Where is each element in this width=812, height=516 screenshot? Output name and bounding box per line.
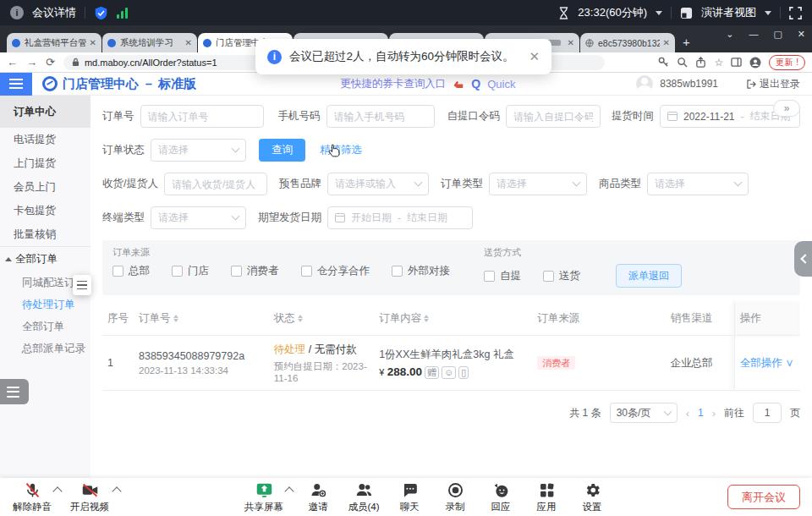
receiver-input[interactable] bbox=[164, 173, 267, 195]
expect-end-date[interactable]: 结束日期 bbox=[407, 211, 447, 225]
settings-button[interactable]: 设置 bbox=[567, 481, 617, 513]
phone-icon[interactable]: ▯ bbox=[458, 366, 469, 379]
hamburger-menu-button[interactable] bbox=[0, 73, 32, 96]
collapse-filters-button[interactable]: » bbox=[773, 100, 800, 117]
start-video-button[interactable]: 开启视频 bbox=[64, 481, 115, 513]
sidebar-item-all-orders[interactable]: 全部订单 bbox=[0, 316, 91, 338]
shield-check-icon[interactable] bbox=[94, 6, 108, 20]
browser-tab[interactable]: 礼盒营销平台管理中心 ✕ bbox=[7, 33, 102, 52]
window-minimize-icon[interactable]: — bbox=[749, 29, 758, 40]
expect-start-date[interactable]: 开始日期 bbox=[351, 211, 392, 225]
tab-close-icon[interactable]: ✕ bbox=[185, 38, 192, 47]
back-icon[interactable]: ← bbox=[7, 57, 18, 68]
share-icon[interactable] bbox=[695, 57, 706, 68]
col-order-no[interactable]: 订单号 bbox=[134, 302, 269, 336]
apps-button[interactable]: 应用 bbox=[521, 481, 572, 513]
logout-button[interactable]: 退出登录 bbox=[747, 77, 800, 91]
brand-select[interactable]: 请选择或输入 bbox=[327, 173, 429, 195]
pickup-start-date[interactable]: 2022-11-21 bbox=[683, 111, 735, 123]
window-maximize-icon[interactable]: ▢ bbox=[773, 29, 782, 40]
window-menu-icon[interactable]: ⌄ bbox=[726, 29, 733, 40]
checkbox-box[interactable] bbox=[172, 266, 183, 277]
right-drawer-handle[interactable] bbox=[794, 241, 812, 277]
toast-close-icon[interactable]: ✕ bbox=[529, 49, 540, 64]
sidebar-drag-handle[interactable] bbox=[73, 275, 91, 295]
share-screen-button[interactable]: 共享屏幕 bbox=[239, 481, 289, 513]
checkbox-box[interactable] bbox=[484, 271, 495, 282]
key-icon[interactable] bbox=[658, 57, 669, 68]
side-panel-icon[interactable] bbox=[731, 57, 742, 68]
sidebar-item-hq-dispatch-records[interactable]: 总部派单记录 bbox=[0, 338, 91, 360]
meeting-details-label[interactable]: 会议详情 bbox=[32, 5, 76, 20]
bookmark-star-icon[interactable]: ☆ bbox=[714, 57, 723, 69]
checkbox-consumer[interactable]: 消费者 bbox=[231, 264, 279, 278]
prev-page-button[interactable]: ‹ bbox=[686, 407, 689, 420]
phone-input[interactable] bbox=[326, 105, 435, 128]
quick-search-icon[interactable]: Q bbox=[471, 77, 480, 91]
sidebar-item-card-pickup[interactable]: 卡包提货 bbox=[0, 199, 91, 222]
network-signal-icon[interactable] bbox=[117, 8, 128, 19]
sidebar-item-member-visit[interactable]: 会员上门 bbox=[0, 175, 91, 199]
new-tab-button[interactable]: + bbox=[683, 35, 690, 49]
dispatch-return-button[interactable]: 派单退回 bbox=[616, 264, 682, 288]
order-type-select[interactable]: 请选择 bbox=[489, 173, 587, 195]
invite-button[interactable]: 邀请 bbox=[293, 481, 343, 513]
timer-dropdown-icon[interactable] bbox=[656, 11, 662, 15]
checkbox-box[interactable] bbox=[231, 266, 242, 277]
goto-page-input[interactable] bbox=[753, 403, 782, 423]
service-icon[interactable]: ☺ bbox=[442, 366, 456, 379]
page-size-select[interactable]: 30条/页 bbox=[610, 403, 678, 423]
checkbox-box[interactable] bbox=[543, 271, 554, 282]
sort-icon[interactable] bbox=[173, 315, 178, 322]
checkbox-headquarters[interactable]: 总部 bbox=[112, 264, 150, 278]
unmute-button[interactable]: 解除静音 bbox=[7, 481, 58, 513]
search-button[interactable]: 查询 bbox=[259, 139, 305, 162]
goods-type-select[interactable]: 请选择 bbox=[647, 173, 749, 195]
checkbox-box[interactable] bbox=[392, 266, 403, 277]
reload-icon[interactable]: ⟳ bbox=[46, 57, 55, 68]
floating-list-button[interactable] bbox=[0, 379, 29, 404]
leave-meeting-button[interactable]: 离开会议 bbox=[727, 485, 800, 509]
sort-icon[interactable] bbox=[424, 315, 429, 322]
coupon-query-link[interactable]: 更快捷的券卡查询入口 bbox=[340, 77, 446, 91]
sidebar-item-phone-pickup[interactable]: 电话提货 bbox=[0, 128, 91, 151]
sidebar-item-door-pickup[interactable]: 上门提货 bbox=[0, 151, 91, 175]
gift-icon[interactable]: 赠 bbox=[425, 366, 439, 379]
fullscreen-icon[interactable] bbox=[789, 7, 802, 19]
checkbox-store[interactable]: 门店 bbox=[172, 264, 209, 278]
order-no-input[interactable] bbox=[140, 105, 264, 128]
order-status-select[interactable]: 请选择 bbox=[151, 139, 246, 162]
order-number[interactable]: 83859345088979792a bbox=[139, 350, 264, 362]
checkbox-box[interactable] bbox=[112, 266, 123, 277]
checkbox-external[interactable]: 外部对接 bbox=[392, 264, 450, 278]
sidebar-item-all-orders-parent[interactable]: 全部订单 bbox=[0, 246, 91, 272]
pickup-code-input[interactable] bbox=[506, 105, 601, 128]
profile-avatar-icon[interactable] bbox=[749, 57, 761, 69]
simple-filter-link[interactable]: 精简筛选 bbox=[320, 143, 362, 157]
tab-close-icon[interactable]: ✕ bbox=[90, 38, 96, 47]
browser-tab[interactable]: e8c573980b1328a258fd2e6 ✕ bbox=[580, 33, 675, 52]
next-page-button[interactable]: › bbox=[712, 407, 716, 420]
quick-search-label[interactable]: Quick bbox=[487, 78, 515, 91]
checkbox-box[interactable] bbox=[301, 266, 312, 277]
tab-close-icon[interactable]: ✕ bbox=[663, 38, 670, 47]
view-dropdown-icon[interactable] bbox=[765, 11, 771, 15]
chat-button[interactable]: 聊天 bbox=[384, 481, 435, 513]
checkbox-warehouse-share[interactable]: 仓分享合作 bbox=[301, 264, 370, 278]
sidebar-item-batch-verify[interactable]: 批量核销 bbox=[0, 222, 91, 246]
members-button[interactable]: 成员(4) bbox=[338, 481, 389, 513]
reactions-button[interactable]: 回应 bbox=[475, 481, 526, 513]
zoom-icon[interactable] bbox=[677, 57, 688, 68]
checkbox-self-pickup[interactable]: 自提 bbox=[484, 269, 521, 283]
chrome-update-button[interactable]: 更新 ! bbox=[769, 55, 805, 70]
col-content[interactable]: 订单内容 bbox=[374, 302, 532, 336]
all-actions-dropdown[interactable]: 全部操作 ∨ bbox=[740, 357, 794, 369]
expect-date-range[interactable]: 开始日期 - 结束日期 bbox=[327, 206, 473, 229]
terminal-type-select[interactable]: 请选择 bbox=[151, 206, 246, 229]
sort-icon[interactable] bbox=[298, 315, 303, 322]
sidebar-item-pending-orders[interactable]: 待处理订单 bbox=[0, 294, 91, 316]
window-close-icon[interactable]: ✕ bbox=[798, 29, 805, 40]
checkbox-delivery[interactable]: 送货 bbox=[543, 269, 580, 283]
browser-tab[interactable]: 系统培训学习 ✕ bbox=[102, 33, 197, 52]
tab-close-icon[interactable]: ✕ bbox=[568, 38, 574, 47]
